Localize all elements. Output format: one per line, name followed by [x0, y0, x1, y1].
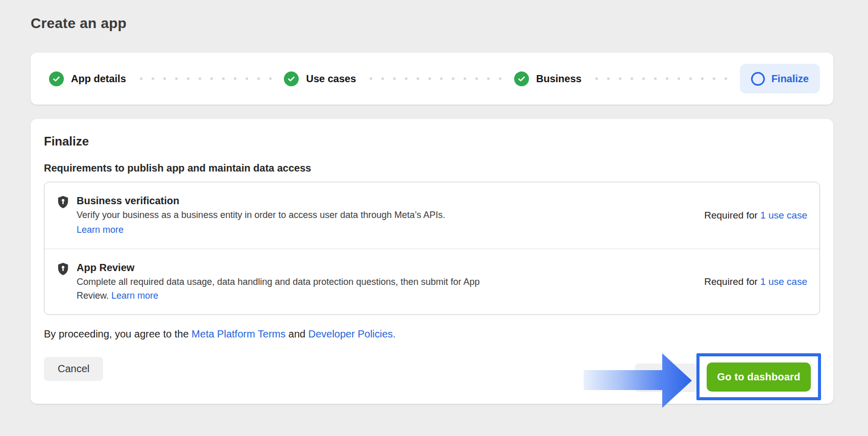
panel-title: Finalize: [44, 134, 820, 149]
step-app-details[interactable]: App details: [49, 71, 126, 86]
use-case-count-link[interactable]: 1 use case: [760, 210, 807, 221]
required-for-label: Required for: [704, 276, 758, 287]
step-label: Finalize: [771, 73, 809, 85]
ring-icon: [751, 72, 765, 86]
go-to-dashboard-button[interactable]: Go to dashboard: [707, 362, 811, 392]
finalize-panel: Finalize Requirements to publish app and…: [31, 119, 833, 404]
cancel-button[interactable]: Cancel: [44, 357, 103, 381]
shield-lock-icon: [56, 195, 70, 211]
page-title: Create an app: [31, 15, 127, 32]
requirement-description: Complete all required data usage, data h…: [77, 275, 500, 303]
developer-policies-link[interactable]: Developer Policies.: [308, 328, 396, 340]
requirement-row-app-review: App Review Complete all required data us…: [44, 249, 819, 314]
requirement-description: Verify your business as a business entit…: [77, 208, 445, 222]
meta-platform-terms-link[interactable]: Meta Platform Terms: [191, 328, 285, 340]
stepper-card: App details Use cases Business Finalize: [31, 53, 833, 105]
requirements-section-title: Requirements to publish app and maintain…: [44, 162, 820, 174]
check-circle-icon: [514, 71, 529, 86]
learn-more-link[interactable]: Learn more: [77, 225, 124, 235]
check-circle-icon: [284, 71, 299, 86]
terms-middle: and: [285, 328, 308, 340]
requirement-text: App Review Complete all required data us…: [77, 261, 500, 303]
annotation-highlight-box: Go to dashboard: [696, 353, 821, 400]
requirements-box: Business verification Verify your busine…: [44, 182, 820, 315]
use-case-count-link[interactable]: 1 use case: [760, 276, 807, 287]
shield-lock-icon: [56, 262, 70, 278]
requirement-text: Business verification Verify your busine…: [77, 194, 445, 237]
requirement-title: App Review: [77, 261, 500, 274]
step-finalize-current[interactable]: Finalize: [740, 64, 820, 93]
required-for-text: Required for 1 use case: [704, 210, 807, 221]
requirement-row-business-verification: Business verification Verify your busine…: [44, 182, 819, 249]
step-label: App details: [71, 73, 126, 85]
terms-prefix: By proceeding, you agree to the: [44, 328, 191, 340]
requirement-title: Business verification: [77, 194, 445, 207]
step-connector-dots: [135, 77, 275, 80]
step-label: Business: [536, 73, 582, 85]
step-use-cases[interactable]: Use cases: [284, 71, 356, 86]
learn-more-link[interactable]: Learn more: [111, 290, 158, 301]
required-for-text: Required for 1 use case: [704, 276, 807, 287]
obscured-secondary-button[interactable]: [635, 364, 697, 392]
step-connector-dots: [365, 77, 505, 80]
step-business[interactable]: Business: [514, 71, 582, 86]
required-for-label: Required for: [704, 210, 758, 221]
terms-text: By proceeding, you agree to the Meta Pla…: [44, 328, 820, 340]
step-label: Use cases: [306, 73, 356, 85]
check-circle-icon: [49, 71, 64, 86]
step-connector-dots: [591, 77, 731, 80]
